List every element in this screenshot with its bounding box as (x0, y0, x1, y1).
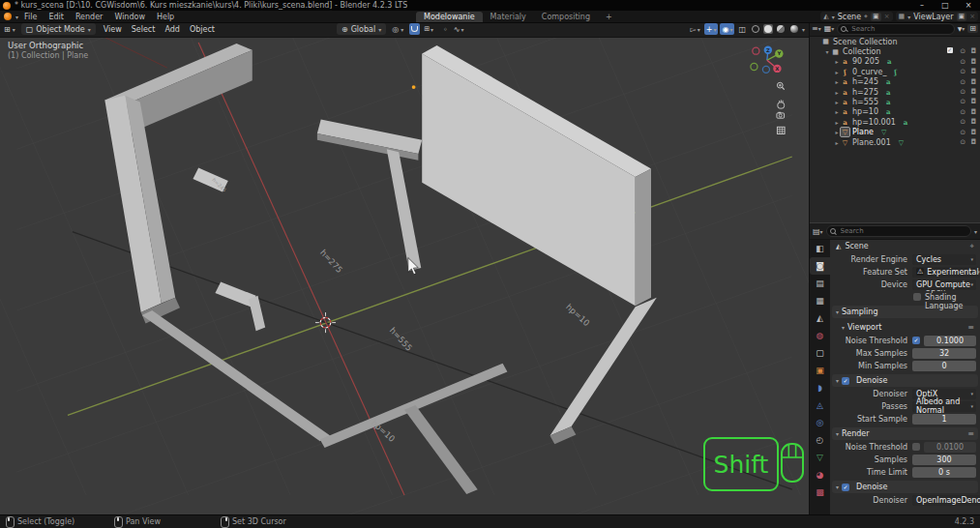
scene-selector[interactable]: ◭▾ Scene ⌖ ▣ × (820, 12, 892, 21)
hide-in-viewport-icon[interactable]: ⊙ (960, 78, 965, 86)
copy-viewlayer-icon[interactable]: ▣ (957, 13, 967, 21)
shading-wireframe-button[interactable] (750, 23, 761, 35)
render-engine-field[interactable]: Cycles▾ (912, 254, 976, 265)
viewport-menu-select[interactable]: Select (127, 25, 161, 34)
particles-tab[interactable]: ◬ (810, 396, 830, 414)
shading-dropdown[interactable]: ▾ (802, 26, 805, 33)
passes-field[interactable]: Albedo and Normal▾ (912, 401, 976, 412)
xray-toggle[interactable]: ◫ (736, 23, 748, 35)
collection-checkbox[interactable]: ✓ (947, 47, 953, 53)
hide-in-viewport-icon[interactable]: ⊙ (960, 108, 965, 116)
disable-in-renders-icon[interactable]: ◘ (970, 118, 976, 126)
section-denoise[interactable]: ▾✓Denoise (832, 481, 978, 493)
outliner-row-90-205[interactable]: ▸a90 205a⊙◘ (810, 57, 980, 67)
show-gizmos-toggle[interactable]: +▾ (704, 23, 719, 35)
outliner-filter-dropdown[interactable]: ▼▾ (958, 25, 965, 32)
shading-rendered-button[interactable] (788, 23, 800, 35)
outliner-row-0-curve-[interactable]: ▸ʃ0_curve_ʃ⊙◘ (810, 67, 980, 76)
scene-tab[interactable]: ◭ (810, 309, 830, 327)
disclosure-icon[interactable]: ▸ (833, 119, 841, 126)
outliner-row-h-555[interactable]: ▸ah=555a⊙◘ (810, 97, 980, 106)
disable-in-renders-icon[interactable]: ◘ (970, 129, 976, 136)
properties-options-dropdown[interactable]: ▾ (974, 228, 977, 235)
outliner-row-plane-001[interactable]: ▸▽Plane.001▽⊙◘ (810, 137, 980, 147)
proportional-edit-toggle[interactable]: ◦ (441, 23, 450, 35)
output-tab[interactable]: ▤ (810, 275, 830, 292)
viewport-3d-canvas[interactable]: h=275h=555hp=10hp=10h=245ZYX (0, 21, 809, 515)
disclosure-icon[interactable]: ▸ (833, 78, 841, 85)
hide-in-viewport-icon[interactable]: ⊙ (960, 47, 965, 55)
properties-search-input[interactable] (839, 226, 967, 236)
remove-viewlayer-icon[interactable]: × (969, 13, 975, 20)
object-data-tab[interactable]: ▽ (810, 449, 830, 466)
object-tab[interactable]: ▣ (810, 362, 830, 379)
hide-in-viewport-icon[interactable]: ⊙ (960, 88, 965, 96)
transform-orientation-dropdown[interactable]: ⊕ Global ▾ (337, 23, 386, 35)
unlink-scene-icon[interactable]: × (884, 13, 890, 20)
start-sample-field[interactable]: 1 (912, 414, 976, 425)
outliner-row-h-245[interactable]: ▸ah=245a⊙◘ (810, 77, 980, 87)
menu-file[interactable]: File (18, 13, 43, 21)
render-tab[interactable]: ◙ (810, 257, 830, 275)
disclosure-icon[interactable]: ▸ (833, 58, 841, 65)
open-shading-language-checkbox[interactable] (913, 293, 921, 301)
viewport-menu-object[interactable]: Object (185, 25, 220, 34)
disable-in-renders-icon[interactable]: ◘ (970, 78, 976, 86)
proportional-falloff-dropdown[interactable]: ∿▾ (452, 23, 466, 35)
disclosure-icon[interactable]: ▸ (833, 129, 841, 135)
outliner-row-hp-10-001[interactable]: ▸ahp=10.001a⊙◘ (810, 117, 980, 127)
samples-field[interactable]: 300 (912, 455, 976, 465)
hide-in-viewport-icon[interactable]: ⊙ (960, 58, 965, 66)
workspace-tab-modelowanie[interactable]: Modelowanie (416, 12, 483, 22)
disclosure-icon[interactable]: ▾ (823, 48, 831, 55)
min-samples-field[interactable]: 0 (912, 361, 976, 371)
presets-icon[interactable]: ≡ (967, 323, 974, 332)
properties-editor-icon[interactable]: ▤▾ (813, 227, 823, 236)
outliner-row-collection[interactable]: ▾▦Collection✓⊙◘ (810, 46, 980, 56)
physics-tab[interactable]: ◎ (810, 414, 830, 431)
denoiser-field[interactable]: OpenImageDenoise▾ (912, 495, 980, 506)
disable-in-renders-icon[interactable]: ◘ (970, 58, 976, 66)
modifiers-tab[interactable]: ◗ (810, 379, 830, 396)
device-field[interactable]: GPU Compute▾ (912, 279, 976, 290)
feature-set-field[interactable]: ⚠Experimental▾ (912, 267, 980, 278)
workspace-tab-compositing[interactable]: Compositing (534, 12, 598, 22)
disclosure-icon[interactable]: ▸ (833, 108, 841, 115)
noise-threshold-field[interactable]: 0.0100 (924, 442, 976, 453)
snap-toggle[interactable] (409, 23, 420, 35)
disable-in-renders-icon[interactable]: ◘ (970, 47, 976, 55)
disclosure-icon[interactable]: ▸ (833, 89, 841, 96)
hide-in-viewport-icon[interactable]: ⊙ (960, 68, 965, 75)
hide-in-viewport-icon[interactable]: ⊙ (960, 138, 965, 146)
disable-in-renders-icon[interactable]: ◘ (970, 138, 976, 146)
max-samples-field[interactable]: 32 (912, 348, 976, 359)
outliner-row-plane[interactable]: ▸▽Plane▽⊙◘ (810, 128, 980, 137)
constraints-tab[interactable]: ◴ (810, 431, 830, 449)
texture-tab[interactable]: ▩ (810, 484, 830, 501)
section-denoise[interactable]: ▾✓Denoise (832, 374, 978, 387)
noise-threshold-field[interactable]: 0.1000 (924, 336, 976, 346)
time-limit-field[interactable]: 0 s (912, 467, 976, 478)
denoise-checkbox[interactable]: ✓ (842, 484, 849, 491)
shading-material-button[interactable] (775, 23, 787, 35)
snap-settings-dropdown[interactable]: ⊞▾ (422, 23, 435, 35)
outliner-editor-icon[interactable]: ≡▾ (812, 24, 821, 33)
menu-render[interactable]: Render (70, 13, 108, 21)
outliner-search[interactable] (837, 23, 954, 35)
panel-divider[interactable] (809, 21, 810, 515)
outliner-row-h-275[interactable]: ▸ah=275a⊙◘ (810, 87, 980, 97)
presets-icon[interactable]: ≡ (967, 429, 974, 438)
hide-in-viewport-icon[interactable]: ⊙ (960, 129, 965, 136)
workspace-tab-materialy[interactable]: Materialy (483, 12, 534, 22)
disclosure-icon[interactable]: ▸ (833, 139, 841, 146)
editor-type-button[interactable]: ⊞▾ (4, 25, 15, 34)
viewport-menu-add[interactable]: Add (160, 25, 185, 34)
disable-in-renders-icon[interactable]: ◘ (970, 108, 976, 116)
outliner-display-mode-dropdown[interactable]: ▦▾ (824, 24, 835, 33)
maximize-button[interactable]: □ (934, 0, 957, 11)
hide-in-viewport-icon[interactable]: ⊙ (960, 98, 965, 105)
menu-window[interactable]: Window (108, 13, 151, 21)
denoise-checkbox[interactable]: ✓ (842, 377, 849, 385)
outliner-row-scene-collection[interactable]: ▦Scene Collection (810, 37, 980, 46)
shading-solid-button[interactable] (763, 24, 773, 34)
